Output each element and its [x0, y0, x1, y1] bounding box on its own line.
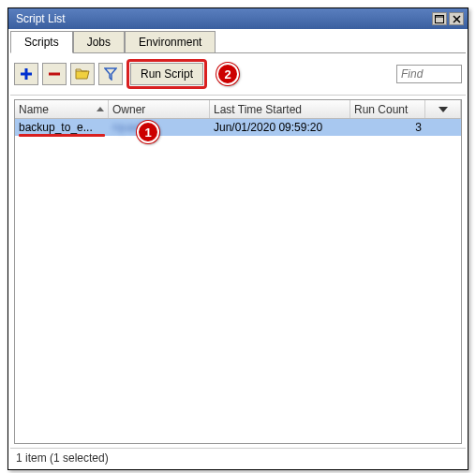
callout-2: 2 — [216, 63, 239, 85]
content-area: Scripts Jobs Environment Run Script 2 — [8, 29, 468, 469]
window-title: Script List — [12, 12, 430, 25]
toolbar: Run Script 2 — [10, 53, 466, 96]
tab-bar: Scripts Jobs Environment — [10, 31, 466, 53]
maximize-button[interactable] — [432, 12, 447, 25]
col-header-owner[interactable]: Owner — [109, 100, 210, 118]
minus-icon — [48, 67, 61, 81]
col-header-last-time[interactable]: Last Time Started — [210, 100, 350, 118]
titlebar: Script List — [8, 8, 468, 29]
remove-button[interactable] — [42, 63, 67, 85]
tab-environment[interactable]: Environment — [125, 31, 216, 52]
maximize-icon — [435, 15, 444, 23]
plus-icon — [20, 67, 33, 81]
tab-scripts[interactable]: Scripts — [10, 31, 73, 53]
add-button[interactable] — [14, 63, 38, 85]
filter-button[interactable] — [98, 63, 123, 85]
sort-asc-icon — [97, 107, 104, 111]
folder-icon — [75, 67, 90, 81]
grid-body: backup_to_e... rquade Jun/01/2020 09:59:… — [15, 119, 461, 443]
cell-name: backup_to_e... — [15, 121, 109, 134]
funnel-icon — [104, 67, 117, 81]
close-icon — [453, 15, 461, 23]
script-grid: Name Owner Last Time Started Run Count b… — [14, 99, 462, 444]
status-bar: 1 item (1 selected) — [10, 448, 466, 467]
run-highlight: Run Script — [126, 59, 207, 89]
close-button[interactable] — [449, 12, 464, 25]
open-button[interactable] — [70, 63, 95, 85]
col-header-menu[interactable] — [425, 100, 461, 118]
callout-1: 1 — [137, 121, 159, 143]
run-script-button[interactable]: Run Script — [130, 63, 203, 85]
script-list-window: Script List Scripts Jobs Environment — [7, 7, 469, 470]
tab-jobs[interactable]: Jobs — [73, 31, 125, 52]
cell-owner: rquade — [109, 121, 210, 134]
chevron-down-icon — [439, 107, 448, 112]
col-header-name[interactable]: Name — [15, 100, 109, 118]
find-input[interactable] — [396, 65, 462, 83]
table-row[interactable]: backup_to_e... rquade Jun/01/2020 09:59:… — [15, 119, 461, 136]
annotation-underline — [19, 134, 105, 137]
grid-header: Name Owner Last Time Started Run Count — [15, 100, 461, 119]
col-header-run-count[interactable]: Run Count — [350, 100, 425, 118]
cell-last-time: Jun/01/2020 09:59:20 — [210, 121, 350, 134]
cell-run-count: 3 — [350, 121, 425, 134]
